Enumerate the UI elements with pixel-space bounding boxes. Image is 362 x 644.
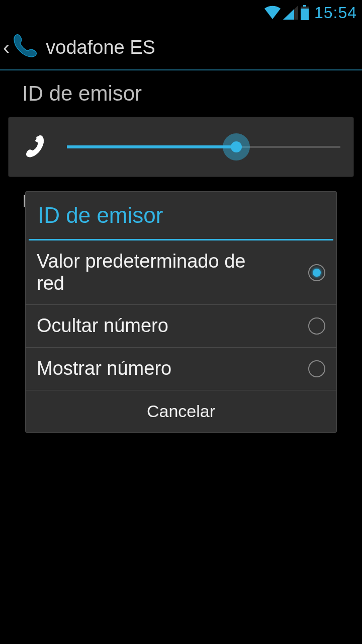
section-title-caller-id: ID de emisor — [22, 82, 354, 106]
action-bar-title: vodafone ES — [46, 37, 155, 58]
dialog-title: ID de emisor — [26, 192, 336, 239]
battery-icon — [300, 5, 309, 20]
radio-icon[interactable] — [308, 264, 325, 281]
option-show-number[interactable]: Mostrar número — [26, 348, 336, 390]
option-hide-number[interactable]: Ocultar número — [26, 305, 336, 348]
option-label: Ocultar número — [37, 315, 168, 337]
status-bar: 15:54 — [0, 0, 362, 25]
action-bar[interactable]: ‹ vodafone ES — [0, 25, 362, 70]
slider-thumb[interactable] — [231, 141, 242, 152]
cancel-button[interactable]: Cancelar — [26, 390, 336, 432]
radio-icon[interactable] — [308, 317, 325, 335]
volume-slider[interactable] — [67, 137, 340, 157]
option-network-default[interactable]: Valor predeterminado de red — [26, 240, 336, 305]
option-label: Mostrar número — [37, 358, 171, 380]
svg-rect-2 — [303, 5, 306, 7]
caller-id-dialog: ID de emisor Valor predeterminado de red… — [25, 191, 337, 433]
option-label: Valor predeterminado de red — [37, 251, 278, 294]
status-clock: 15:54 — [314, 4, 357, 22]
phone-icon — [11, 32, 39, 62]
volume-panel — [8, 117, 354, 177]
radio-icon[interactable] — [308, 360, 325, 377]
wifi-icon — [264, 6, 281, 20]
svg-marker-1 — [283, 9, 294, 20]
svg-rect-4 — [301, 9, 309, 20]
slider-fill — [67, 145, 236, 148]
cell-signal-icon — [283, 6, 298, 20]
back-icon[interactable]: ‹ — [3, 36, 10, 59]
in-call-volume-icon — [22, 133, 47, 160]
